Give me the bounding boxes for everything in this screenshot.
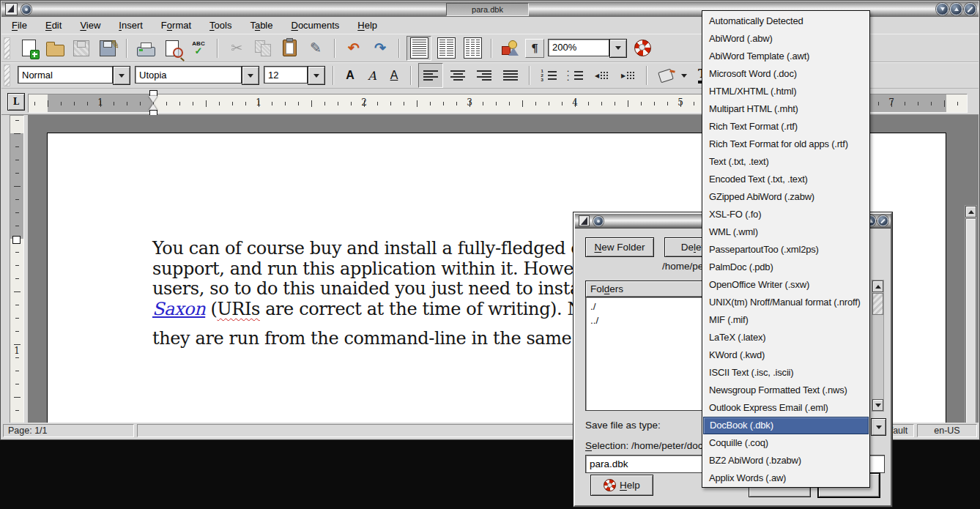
format-option[interactable]: Encoded Text (.txt, .text) — [702, 171, 869, 188]
format-option[interactable]: WML (.wml) — [702, 223, 869, 241]
format-option[interactable]: PalmDoc (.pdb) — [702, 259, 869, 276]
format-option[interactable]: BZ2 AbiWord (.bzabw) — [702, 452, 869, 469]
font-input[interactable] — [135, 66, 242, 83]
one-column-button[interactable] — [407, 36, 431, 61]
format-option[interactable]: LaTeX (.latex) — [702, 329, 869, 346]
align-right-button[interactable] — [472, 64, 496, 87]
undo-button[interactable]: ↶ — [342, 37, 365, 60]
format-option[interactable]: OpenOffice Writer (.sxw) — [702, 276, 869, 294]
scroll-up-button[interactable] — [965, 206, 976, 218]
two-column-button[interactable] — [434, 37, 458, 60]
increase-indent-button[interactable]: ▶ — [616, 64, 639, 87]
italic-button[interactable]: A — [363, 64, 382, 87]
menu-item[interactable]: View — [72, 18, 108, 33]
font-size-input[interactable] — [264, 66, 308, 83]
format-option[interactable]: Rich Text Format (.rtf) — [702, 118, 869, 135]
decrease-indent-button[interactable]: ◀ — [590, 64, 613, 87]
bullet-list-button[interactable]: • • • — [563, 64, 587, 87]
new-document-button[interactable] — [17, 37, 40, 60]
hyperlink[interactable]: Saxon — [152, 299, 205, 319]
numbered-list-button[interactable]: 1 2 3 — [537, 64, 560, 87]
dialog-help-button[interactable]: Help — [590, 475, 653, 496]
font-size-dropdown-button[interactable] — [308, 66, 325, 85]
menu-item[interactable]: Tools — [201, 18, 240, 33]
show-formatting-marks-button[interactable]: ¶ — [525, 39, 544, 58]
tab-selector-button[interactable]: L — [7, 93, 25, 111]
format-option[interactable]: Applix Words (.aw) — [702, 469, 869, 487]
format-option[interactable]: XSL-FO (.fo) — [702, 206, 869, 223]
format-option[interactable]: AbiWord Template (.awt) — [702, 48, 869, 65]
paste-button[interactable] — [278, 37, 301, 60]
font-dropdown-button[interactable] — [242, 66, 259, 85]
zoom-input[interactable] — [548, 39, 609, 56]
menu-item[interactable]: Edit — [37, 18, 70, 33]
format-option[interactable]: UNIX(tm) Nroff/Manual format (.nroff) — [702, 294, 869, 311]
three-column-button[interactable] — [461, 37, 484, 60]
format-option[interactable]: Automatically Detected — [702, 12, 869, 30]
style-dropdown-button[interactable] — [113, 66, 130, 85]
folder-item[interactable]: ../ — [586, 313, 703, 327]
format-option[interactable]: DocBook (.dbk) — [703, 417, 869, 434]
highlight-color-button[interactable] — [654, 64, 678, 87]
dialog-close-button[interactable] — [877, 215, 888, 226]
format-painter-button[interactable]: ✎ — [304, 37, 327, 60]
scroll-down-button[interactable] — [872, 399, 883, 411]
menu-item[interactable]: Documents — [283, 18, 348, 33]
menu-item[interactable]: File — [4, 18, 35, 33]
toolbar-grip[interactable] — [4, 64, 10, 86]
format-option[interactable]: Rich Text Format for old apps (.rtf) — [702, 135, 869, 153]
menu-item[interactable]: Help — [349, 18, 385, 33]
menu-item[interactable]: Table — [242, 18, 281, 33]
format-option[interactable]: KWord (.kwd) — [702, 346, 869, 364]
style-input[interactable] — [18, 66, 113, 83]
document-vertical-scrollbar[interactable] — [965, 205, 977, 424]
menu-item[interactable]: Insert — [111, 18, 151, 33]
dialog-window-menu-button[interactable] — [593, 216, 604, 226]
maximize-button[interactable] — [950, 3, 962, 15]
open-button[interactable] — [43, 37, 67, 60]
new-folder-button[interactable]: New Folder — [585, 237, 654, 257]
redo-button[interactable]: ↷ — [368, 37, 392, 60]
print-preview-button[interactable] — [160, 37, 184, 60]
language-indicator[interactable]: en-US — [917, 424, 977, 437]
align-center-button[interactable] — [446, 64, 469, 87]
format-option[interactable]: GZipped AbiWord (.zabw) — [702, 188, 869, 206]
scrollbar-thumb[interactable] — [965, 218, 976, 424]
indent-marker[interactable] — [148, 90, 158, 116]
folders-list[interactable]: ./../ — [585, 297, 704, 411]
highlight-color-dropdown[interactable] — [679, 71, 689, 81]
format-option[interactable]: ISCII Text (.isc, .iscii) — [702, 364, 869, 382]
folders-header[interactable]: Folders — [585, 280, 704, 297]
minimize-button[interactable] — [936, 3, 949, 15]
toolbar-grip[interactable] — [4, 37, 10, 59]
help-button[interactable] — [631, 37, 654, 60]
files-list-scrollbar[interactable] — [872, 280, 884, 412]
format-option[interactable]: Microsoft Word (.doc) — [702, 65, 869, 83]
format-option[interactable]: HTML/XHTML (.html) — [702, 83, 869, 100]
menu-item[interactable]: Format — [153, 18, 199, 33]
format-option[interactable]: Outlook Express Email (.eml) — [702, 399, 869, 417]
format-option[interactable]: AbiWord (.abw) — [702, 30, 869, 48]
align-left-button[interactable] — [418, 63, 443, 88]
insert-graphic-button[interactable] — [499, 37, 522, 60]
format-option[interactable]: MIF (.mif) — [702, 311, 869, 329]
format-option[interactable]: Text (.txt, .text) — [702, 153, 869, 171]
folder-item[interactable]: ./ — [586, 300, 703, 313]
bold-button[interactable]: A — [341, 64, 360, 87]
format-option[interactable]: PassepartoutToo (.xml2ps) — [702, 241, 869, 259]
vertical-ruler[interactable]: 1 — [10, 115, 24, 424]
top-margin-marker[interactable] — [12, 236, 21, 244]
format-option[interactable]: Newsgroup Formatted Text (.nws) — [702, 382, 869, 399]
underline-button[interactable]: A — [385, 64, 404, 87]
close-button[interactable] — [964, 3, 976, 15]
file-type-dropdown-button[interactable] — [871, 418, 886, 436]
format-option[interactable]: Coquille (.coq) — [702, 434, 869, 452]
spellcheck-button[interactable]: ABC ✓ — [187, 37, 210, 60]
align-justify-button[interactable] — [499, 64, 522, 87]
scroll-up-button[interactable] — [872, 280, 883, 292]
zoom-dropdown-button[interactable] — [609, 39, 627, 58]
format-option[interactable]: Multipart HTML (.mht) — [702, 100, 869, 118]
save-as-button[interactable]: ✎ — [96, 37, 119, 60]
window-menu-button[interactable] — [21, 4, 31, 15]
print-button[interactable] — [134, 37, 157, 60]
